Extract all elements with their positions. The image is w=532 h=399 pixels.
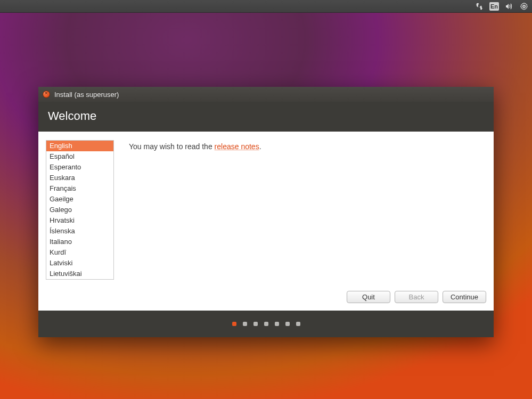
top-menubar: En bbox=[0, 0, 532, 13]
progress-dot bbox=[296, 322, 300, 326]
release-notes-link[interactable]: release notes bbox=[215, 142, 259, 151]
language-option[interactable]: Français bbox=[46, 183, 113, 194]
language-option[interactable]: Galego bbox=[46, 205, 113, 215]
note-suffix: . bbox=[259, 142, 261, 151]
progress-dots bbox=[38, 311, 494, 337]
language-list[interactable]: EnglishEspañolEsperantoEuskaraFrançaisGa… bbox=[46, 140, 114, 280]
language-option[interactable]: Latviski bbox=[46, 258, 113, 268]
language-option[interactable]: Euskara bbox=[46, 173, 113, 183]
language-option[interactable]: Hrvatski bbox=[46, 215, 113, 226]
progress-dot bbox=[253, 322, 258, 326]
page-heading: Welcome bbox=[38, 102, 494, 132]
progress-dot bbox=[232, 322, 236, 326]
keyboard-indicator[interactable]: En bbox=[489, 2, 499, 11]
language-option[interactable]: Kurdî bbox=[46, 247, 113, 258]
continue-button[interactable]: Continue bbox=[443, 291, 486, 303]
quit-button[interactable]: Quit bbox=[347, 291, 390, 303]
window-title: Install (as superuser) bbox=[54, 91, 119, 99]
settings-gear-icon[interactable] bbox=[519, 2, 529, 11]
language-option[interactable]: Español bbox=[46, 151, 113, 162]
note-prefix: You may wish to read the bbox=[129, 142, 215, 151]
back-button: Back bbox=[395, 291, 438, 303]
progress-dot bbox=[243, 322, 247, 326]
language-option[interactable]: Italiano bbox=[46, 237, 113, 247]
button-row: Quit Back Continue bbox=[38, 288, 494, 311]
installer-window: Install (as superuser) Welcome EnglishEs… bbox=[38, 87, 494, 337]
close-button[interactable] bbox=[43, 91, 50, 98]
language-option[interactable]: Esperanto bbox=[46, 162, 113, 173]
release-notes-text: You may wish to read the release notes. bbox=[129, 140, 261, 282]
language-option[interactable]: English bbox=[46, 141, 113, 151]
window-titlebar: Install (as superuser) bbox=[38, 87, 494, 102]
content-area: EnglishEspañolEsperantoEuskaraFrançaisGa… bbox=[38, 132, 494, 288]
progress-dot bbox=[285, 322, 290, 326]
language-option[interactable]: Lietuviškai bbox=[46, 268, 113, 279]
language-option[interactable]: Gaeilge bbox=[46, 194, 113, 205]
progress-dot bbox=[264, 322, 268, 326]
network-icon[interactable] bbox=[474, 2, 484, 11]
volume-icon[interactable] bbox=[504, 2, 514, 11]
progress-dot bbox=[275, 322, 279, 326]
language-option[interactable]: Íslenska bbox=[46, 226, 113, 237]
